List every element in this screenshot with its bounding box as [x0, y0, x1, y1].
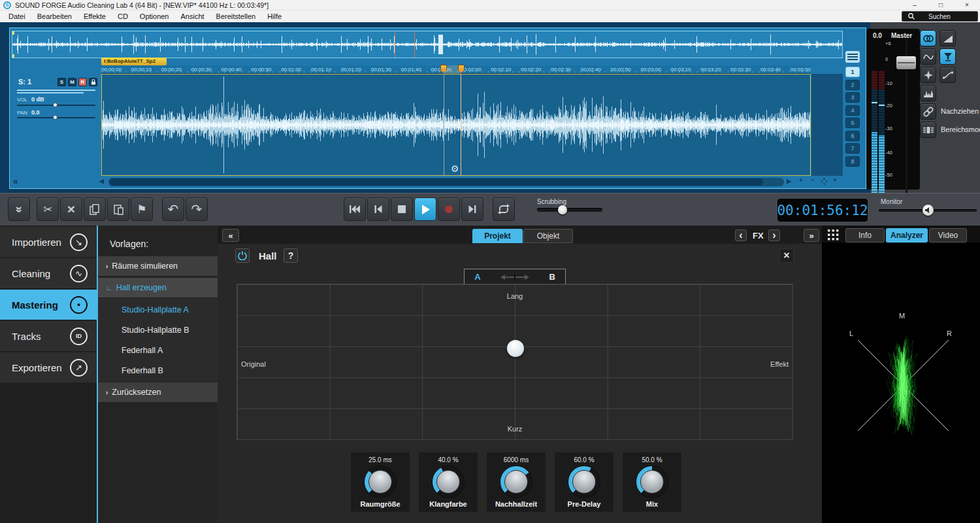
channel-button-7[interactable]: 7 — [845, 143, 860, 154]
collapse-editor-button[interactable]: « — [13, 176, 18, 186]
ruler-tick[interactable]: 00:01:20 — [341, 67, 361, 73]
paste-button[interactable] — [107, 197, 129, 221]
waveform-canvas[interactable] — [102, 75, 810, 175]
fx-prev-button[interactable]: ‹ — [735, 229, 747, 241]
maximize-button[interactable]: □ — [928, 0, 954, 10]
undo-button[interactable]: ↶ — [162, 197, 184, 221]
record-arm-button[interactable]: R — [78, 78, 87, 86]
link-mode-button[interactable] — [920, 103, 936, 120]
ruler-tick[interactable]: 00:01:00 — [281, 67, 301, 73]
ruler-tick[interactable]: 00:00:50 — [251, 67, 271, 73]
delete-button[interactable]: × — [60, 197, 82, 221]
stereo-mode-button[interactable] — [920, 30, 936, 46]
collapse-toolbar-button[interactable]: » — [8, 197, 30, 221]
cut-button[interactable]: ✂ — [37, 197, 59, 221]
ruler-tick[interactable]: 00:01:40 — [401, 67, 421, 73]
tab-analyzer[interactable]: Analyzer — [886, 228, 928, 243]
track-list-icon[interactable] — [845, 51, 860, 63]
ruler-tick[interactable]: 00:03:30 — [730, 67, 751, 73]
gear-icon[interactable]: ⚙ — [451, 163, 459, 174]
knob[interactable] — [433, 466, 464, 498]
ruler-tick[interactable]: 00:03:20 — [700, 67, 721, 73]
help-button[interactable]: ? — [284, 248, 298, 263]
knob[interactable] — [636, 466, 668, 498]
preset-federhall-a[interactable]: Federhall A — [122, 346, 163, 355]
minimize-button[interactable]: – — [902, 0, 928, 10]
sidebar-item-tracks[interactable]: Tracks ID — [0, 321, 97, 351]
tab-video[interactable]: Video — [929, 228, 967, 243]
ruler-tick[interactable]: 00:02:40 — [581, 67, 601, 73]
collapse-panel-button[interactable]: « — [222, 229, 239, 242]
channel-button-4[interactable]: 4 — [845, 105, 860, 116]
fx-next-button[interactable]: › — [768, 229, 780, 241]
h-scrollbar[interactable] — [108, 178, 784, 186]
curve-button[interactable] — [939, 67, 956, 83]
template-reset[interactable]: › Zurücksetzen — [98, 382, 218, 402]
knob[interactable] — [365, 466, 396, 498]
scrubbing-handle[interactable] — [558, 205, 567, 214]
zoom-dropdown-icon[interactable]: ▼ — [832, 177, 838, 183]
preset-studio-hallplatte-a[interactable]: Studio-Hallplatte A — [122, 305, 189, 314]
grid-icon[interactable] — [828, 229, 839, 241]
ruler-tick[interactable]: 00:00:30 — [191, 67, 212, 73]
template-group-hall[interactable]: ∟ Hall erzeugen — [98, 278, 218, 297]
menu-bereitstellen[interactable]: Bereitstellen — [210, 10, 262, 22]
knob[interactable] — [500, 466, 532, 498]
vol-slider-handle[interactable] — [53, 103, 57, 107]
preset-studio-hallplatte-b[interactable]: Studio-Hallplatte B — [122, 326, 189, 335]
waveform-view-button[interactable] — [920, 48, 936, 65]
sparkle-view-button[interactable] — [920, 67, 936, 83]
menu-ansicht[interactable]: Ansicht — [175, 10, 210, 22]
menu-cd[interactable]: CD — [112, 10, 134, 22]
range-mode-button[interactable] — [920, 122, 936, 138]
sidebar-item-importieren[interactable]: Importieren ↘ — [0, 227, 97, 257]
monitor-handle[interactable] — [923, 205, 934, 216]
previous-object-button[interactable] — [367, 197, 389, 221]
zoom-in-button[interactable]: + — [799, 177, 803, 184]
ab-compare[interactable]: A B — [464, 269, 566, 285]
lock-button[interactable] — [89, 78, 97, 86]
zoom-fit-icon[interactable] — [821, 178, 828, 185]
zoom-out-button[interactable]: − — [811, 177, 815, 184]
stop-button[interactable] — [391, 197, 413, 221]
ruler-tick[interactable]: 00:00:00 — [101, 67, 122, 73]
solo-button[interactable]: S — [57, 78, 66, 86]
ruler-tick[interactable]: 00:02:20 — [521, 67, 541, 73]
knob[interactable] — [568, 466, 600, 498]
menu-bearbeiten[interactable]: Bearbeiten — [31, 10, 78, 22]
ab-a-label[interactable]: A — [474, 272, 480, 282]
master-fader-handle[interactable] — [896, 56, 916, 69]
channel-button-1[interactable]: 1 — [845, 67, 860, 77]
sidebar-item-cleaning[interactable]: Cleaning ∿ — [0, 258, 97, 288]
scrubbing-slider[interactable] — [537, 208, 602, 212]
channel-button-6[interactable]: 6 — [845, 131, 860, 141]
pan-slider-handle[interactable] — [53, 115, 57, 120]
expand-panel-button[interactable]: » — [804, 229, 819, 242]
ruler-tick[interactable]: 00:01:30 — [371, 67, 391, 73]
tab-projekt[interactable]: Projekt — [472, 229, 523, 243]
menu-effekte[interactable]: Effekte — [78, 10, 112, 22]
ruler-tick[interactable]: 00:03:50 — [791, 67, 811, 73]
scroll-left-icon[interactable]: ◀ — [99, 178, 104, 184]
menu-datei[interactable]: Datei — [3, 10, 31, 22]
play-button[interactable] — [414, 197, 436, 221]
menu-hilfe[interactable]: Hilfe — [261, 10, 287, 22]
record-button[interactable] — [438, 197, 460, 221]
copy-button[interactable] — [84, 197, 106, 221]
ruler-tick[interactable]: 00:02:30 — [551, 67, 571, 73]
sidebar-item-mastering[interactable]: Mastering ● — [0, 290, 97, 320]
menu-optionen[interactable]: Optionen — [134, 10, 175, 22]
channel-button-8[interactable]: 8 — [845, 156, 860, 167]
waveform-clip[interactable] — [101, 74, 811, 176]
effect-power-button[interactable] — [235, 248, 250, 263]
xy-pad[interactable]: Lang Kurz Original Effekt — [237, 284, 793, 440]
template-group-raeume[interactable]: › Räume simulieren — [98, 256, 218, 276]
redo-button[interactable]: ↷ — [186, 197, 208, 221]
ruler-tick[interactable]: 00:00:20 — [161, 67, 182, 73]
close-button[interactable]: × — [954, 0, 980, 10]
sidebar-item-exportieren[interactable]: Exportieren ↗ — [0, 352, 97, 382]
ruler-tick[interactable]: 00:01:10 — [311, 67, 331, 73]
h-scrollbar-handle[interactable] — [110, 178, 763, 186]
search-input[interactable]: Suchen — [902, 11, 978, 22]
close-effect-button[interactable]: × — [779, 248, 794, 263]
